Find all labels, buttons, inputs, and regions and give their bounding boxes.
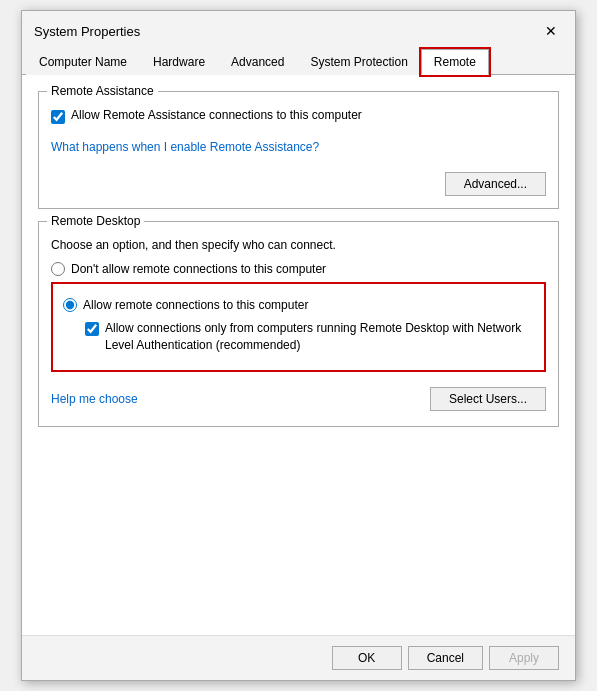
radio-no-connections-row: Don't allow remote connections to this c… (51, 262, 546, 276)
window-title: System Properties (34, 24, 140, 39)
close-button[interactable]: ✕ (539, 19, 563, 43)
remote-desktop-desc: Choose an option, and then specify who c… (51, 238, 546, 252)
nla-checkbox[interactable] (85, 322, 99, 336)
tab-computer-name[interactable]: Computer Name (26, 49, 140, 75)
select-users-button[interactable]: Select Users... (430, 387, 546, 411)
radio-no-connections[interactable] (51, 262, 65, 276)
help-me-choose-link[interactable]: Help me choose (51, 392, 138, 406)
tab-bar: Computer Name Hardware Advanced System P… (22, 49, 575, 75)
ok-button[interactable]: OK (332, 646, 402, 670)
remote-assistance-checkbox-row: Allow Remote Assistance connections to t… (51, 108, 546, 124)
advanced-button[interactable]: Advanced... (445, 172, 546, 196)
dialog-footer: OK Cancel Apply (22, 635, 575, 680)
radio-allow-connections-row: Allow remote connections to this compute… (63, 298, 534, 312)
advanced-btn-row: Advanced... (51, 172, 546, 196)
tab-advanced[interactable]: Advanced (218, 49, 297, 75)
apply-button[interactable]: Apply (489, 646, 559, 670)
tab-system-protection[interactable]: System Protection (297, 49, 420, 75)
nla-checkbox-label: Allow connections only from computers ru… (105, 320, 534, 354)
tab-content: Remote Assistance Allow Remote Assistanc… (22, 75, 575, 635)
remote-assistance-checkbox-label: Allow Remote Assistance connections to t… (71, 108, 362, 122)
remote-assistance-group: Remote Assistance Allow Remote Assistanc… (38, 91, 559, 209)
remote-assistance-label: Remote Assistance (47, 84, 158, 98)
remote-assistance-link[interactable]: What happens when I enable Remote Assist… (51, 140, 319, 154)
title-bar: System Properties ✕ (22, 11, 575, 47)
radio-allow-connections-label: Allow remote connections to this compute… (83, 298, 308, 312)
cancel-button[interactable]: Cancel (408, 646, 483, 670)
remote-assistance-checkbox[interactable] (51, 110, 65, 124)
tab-hardware[interactable]: Hardware (140, 49, 218, 75)
radio-no-connections-label: Don't allow remote connections to this c… (71, 262, 326, 276)
tab-remote[interactable]: Remote (421, 49, 489, 75)
radio-allow-connections[interactable] (63, 298, 77, 312)
remote-desktop-label: Remote Desktop (47, 214, 144, 228)
nla-checkbox-row: Allow connections only from computers ru… (85, 320, 534, 354)
remote-desktop-highlighted-section: Allow remote connections to this compute… (51, 282, 546, 372)
system-properties-dialog: System Properties ✕ Computer Name Hardwa… (21, 10, 576, 681)
remote-desktop-group: Remote Desktop Choose an option, and the… (38, 221, 559, 427)
